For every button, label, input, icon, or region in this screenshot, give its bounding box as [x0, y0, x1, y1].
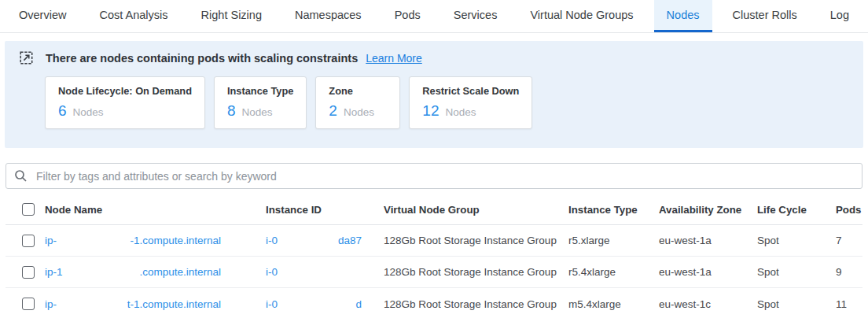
- availability-zone-cell: eu-west-1a: [659, 235, 757, 246]
- filter-bar: [6, 163, 862, 189]
- tab-cost-analysis[interactable]: Cost Analysis: [86, 0, 180, 32]
- node-count: 12: [422, 102, 439, 120]
- node-count-unit: Nodes: [344, 106, 374, 118]
- tab-virtual-node-groups[interactable]: Virtual Node Groups: [517, 0, 645, 32]
- tab-overview[interactable]: Overview: [6, 0, 79, 32]
- availability-zone-cell: eu-west-1a: [659, 266, 757, 278]
- node-count: 8: [227, 102, 236, 120]
- row-checkbox[interactable]: [22, 266, 35, 279]
- column-header-instance-type[interactable]: Instance Type: [568, 204, 659, 216]
- tab-right-sizing[interactable]: Right Sizing: [189, 0, 274, 32]
- banner-header: There are nodes containing pods with sca…: [19, 50, 849, 65]
- constraint-card-node-lifecycle-on-demand[interactable]: Node Lifecycle: On Demand 6 Nodes: [45, 76, 205, 129]
- select-all-checkbox[interactable]: [22, 203, 35, 216]
- row-checkbox[interactable]: [22, 298, 35, 310]
- column-header-instance-id[interactable]: Instance ID: [266, 204, 384, 216]
- life-cycle-cell: Spot: [757, 266, 836, 278]
- constraint-card-restrict-scale-down[interactable]: Restrict Scale Down 12 Nodes: [409, 76, 532, 129]
- tab-services[interactable]: Services: [441, 0, 510, 32]
- column-header-life-cycle[interactable]: Life Cycle: [757, 204, 836, 216]
- scaling-constraints-banner: There are nodes containing pods with sca…: [5, 41, 863, 148]
- column-header-pods[interactable]: Pods: [836, 204, 862, 216]
- life-cycle-cell: Spot: [757, 298, 836, 310]
- filter-input[interactable]: [35, 169, 854, 183]
- node-count-unit: Nodes: [446, 106, 476, 118]
- banner-message: There are nodes containing pods with sca…: [46, 52, 358, 65]
- constraint-card-zone[interactable]: Zone 2 Nodes: [315, 76, 400, 129]
- column-header-availability-zone[interactable]: Availability Zone: [659, 204, 757, 216]
- search-icon: [14, 169, 28, 183]
- virtual-node-group-cell: 128Gb Root Storage Instance Group: [384, 266, 568, 278]
- node-count: 2: [329, 102, 337, 120]
- life-cycle-cell: Spot: [757, 235, 836, 246]
- instance-type-cell: m5.4xlarge: [568, 298, 659, 310]
- node-count-unit: Nodes: [73, 106, 104, 118]
- node-name-link[interactable]: ip- t-1.compute.internal: [45, 298, 221, 310]
- table-row: ip- t-1.compute.internal i-0 d 128Gb Roo…: [6, 288, 862, 318]
- node-name-link[interactable]: ip- -1.compute.internal: [45, 235, 221, 246]
- tab-nodes[interactable]: Nodes: [654, 0, 712, 32]
- constraint-summary-cards: Node Lifecycle: On Demand 6 Nodes Instan…: [45, 76, 849, 129]
- node-name-link[interactable]: ip-1 .compute.internal: [45, 266, 221, 278]
- table-body: ip- -1.compute.internal i-0 da87 128Gb R…: [6, 225, 862, 318]
- pods-count-cell: 7: [836, 235, 862, 246]
- tab-namespaces[interactable]: Namespaces: [282, 0, 374, 32]
- pods-count-cell: 11: [836, 298, 862, 310]
- table-row: ip- -1.compute.internal i-0 da87 128Gb R…: [6, 225, 862, 257]
- nodes-table: Node Name Instance ID Virtual Node Group…: [6, 194, 862, 318]
- tab-cluster-rolls[interactable]: Cluster Rolls: [720, 0, 810, 32]
- virtual-node-group-cell: 128Gb Root Storage Instance Group: [384, 235, 568, 246]
- instance-type-cell: r5.4xlarge: [568, 266, 659, 278]
- availability-zone-cell: eu-west-1c: [659, 298, 757, 310]
- instance-id-link[interactable]: i-0: [266, 266, 362, 278]
- scaling-constraint-icon: [19, 50, 34, 65]
- node-count: 6: [58, 102, 67, 120]
- tab-pods[interactable]: Pods: [382, 0, 433, 32]
- column-header-virtual-node-group[interactable]: Virtual Node Group: [384, 204, 568, 216]
- instance-id-link[interactable]: i-0 da87: [266, 235, 362, 246]
- instance-id-link[interactable]: i-0 d: [266, 298, 362, 310]
- tab-bar: OverviewCost AnalysisRight SizingNamespa…: [0, 0, 868, 33]
- node-count-unit: Nodes: [242, 106, 273, 118]
- constraint-card-instance-type[interactable]: Instance Type 8 Nodes: [214, 76, 307, 129]
- row-checkbox[interactable]: [22, 235, 35, 247]
- column-header-node-name[interactable]: Node Name: [45, 204, 266, 216]
- learn-more-link[interactable]: Learn More: [366, 52, 422, 65]
- instance-type-cell: r5.xlarge: [568, 235, 659, 246]
- tab-log[interactable]: Log: [818, 0, 862, 32]
- table-header-row: Node Name Instance ID Virtual Node Group…: [6, 194, 862, 225]
- pods-count-cell: 9: [836, 266, 862, 278]
- virtual-node-group-cell: 128Gb Root Storage Instance Group: [384, 298, 568, 310]
- table-row: ip-1 .compute.internal i-0 128Gb Root St…: [6, 257, 862, 288]
